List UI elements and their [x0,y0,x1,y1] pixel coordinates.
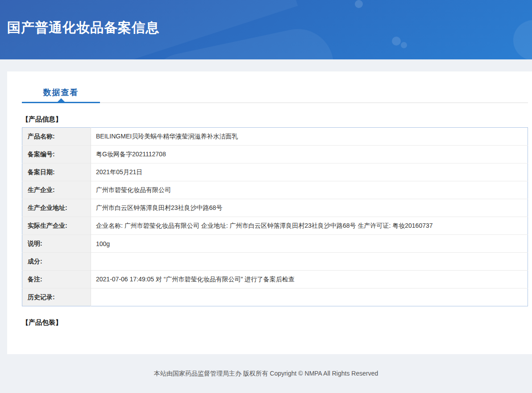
copyright-text: 本站由国家药品监督管理局主办 版权所有 Copyright © NMPA All… [154,370,378,378]
row-label: 实际生产企业: [22,217,91,235]
row-value: 广州市碧莹化妆品有限公司 [91,181,528,199]
row-value: 企业名称: 广州市碧莹化妆品有限公司 企业地址: 广州市白云区钟落潭良田村23社… [91,217,528,235]
table-row: 说明:100g [22,235,528,253]
table-row: 备案编号:粤G妆网备字2021112708 [22,146,528,163]
table-row: 生产企业:广州市碧莹化妆品有限公司 [22,181,528,199]
page-header: 国产普通化妆品备案信息 [0,0,532,59]
tab-data-view-label: 数据查看 [43,88,79,97]
row-label: 生产企业: [22,181,91,199]
tab-active-indicator [22,102,100,103]
decorative-circle-4 [513,20,532,59]
decorative-circle-3 [401,42,407,48]
row-label: 说明: [22,235,91,253]
row-value [91,253,528,271]
table-row: 生产企业地址:广州市白云区钟落潭良田村23社良沙中路68号 [22,199,528,217]
row-label: 生产企业地址: [22,199,91,217]
section-title-product-info: 【产品信息】 [22,115,528,124]
row-label: 产品名称: [22,128,91,146]
table-row: 产品名称:BEILINGMEI贝玲美蜗牛精华液莹润滋养补水洁面乳 [22,128,528,146]
row-label: 成分: [22,253,91,271]
row-value [91,288,528,306]
product-info-table: 产品名称:BEILINGMEI贝玲美蜗牛精华液莹润滋养补水洁面乳备案编号:粤G妆… [22,127,528,306]
table-row: 历史记录: [22,288,528,306]
row-label: 备注: [22,271,91,288]
row-label: 备案日期: [22,163,91,181]
page-footer: 本站由国家药品监督管理局主办 版权所有 Copyright © NMPA All… [0,354,532,393]
row-value: 2021-07-06 17:49:05 对 “广州市碧莹化妆品有限公司” 进行了… [91,271,528,288]
table-row: 成分: [22,253,528,271]
tab-data-view[interactable]: 数据查看 [22,71,100,102]
decorative-circle-2 [392,37,401,46]
tab-active-indicator-arrow-icon [58,98,65,102]
row-label: 备案编号: [22,146,91,163]
page-title: 国产普通化妆品备案信息 [7,20,159,36]
row-value: 2021年05月21日 [91,163,528,181]
row-value: BEILINGMEI贝玲美蜗牛精华液莹润滋养补水洁面乳 [91,128,528,146]
section-title-product-packaging: 【产品包装】 [22,318,528,327]
row-value: 粤G妆网备字2021112708 [91,146,528,163]
row-value: 100g [91,235,528,253]
table-row: 备案日期:2021年05月21日 [22,163,528,181]
decorative-circle-1 [355,0,363,8]
row-value: 广州市白云区钟落潭良田村23社良沙中路68号 [91,199,528,217]
tab-bar: 数据查看 [22,71,528,103]
table-row: 实际生产企业:企业名称: 广州市碧莹化妆品有限公司 企业地址: 广州市白云区钟落… [22,217,528,235]
row-label: 历史记录: [22,288,91,306]
table-row: 备注:2021-07-06 17:49:05 对 “广州市碧莹化妆品有限公司” … [22,271,528,288]
content-card: 数据查看 【产品信息】 产品名称:BEILINGMEI贝玲美蜗牛精华液莹润滋养补… [7,71,532,354]
